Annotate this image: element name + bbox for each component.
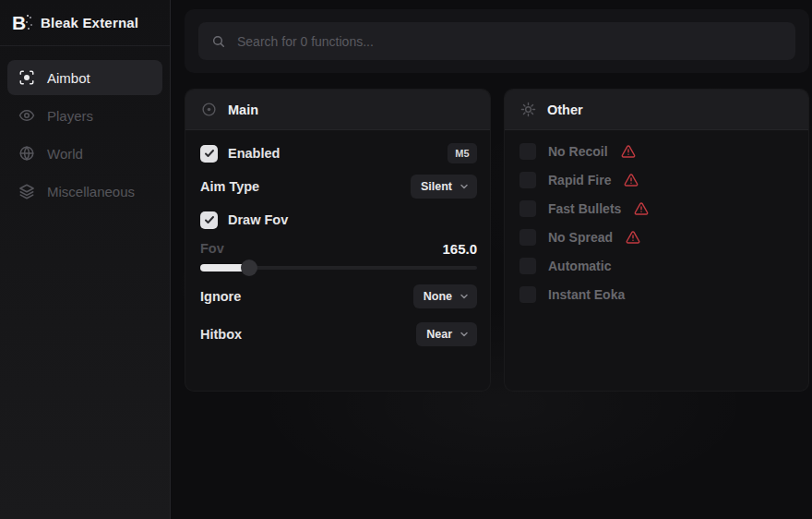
main-content: Main Enabled M5 Aim Type Silent [171,0,812,519]
main-panel: Main Enabled M5 Aim Type Silent [185,89,491,392]
warning-triangle-icon [624,173,639,187]
fov-slider[interactable] [200,260,477,276]
fov-row: Fov 165.0 [200,237,477,260]
instant-eoka-label: Instant Eoka [548,287,625,302]
aim-type-value: Silent [421,180,452,193]
search-input[interactable] [237,34,782,49]
globe-icon [18,145,35,162]
panel-title: Main [228,103,258,117]
toggle-row-fast-bullets: Fast Bullets [519,200,794,217]
other-panel-body: No Recoil Rapid Fire [505,130,808,303]
chevron-down-icon [459,329,470,340]
app-logo-glitch-b-icon: B [12,12,30,34]
no-spread-label: No Spread [548,230,613,245]
sidebar-header: B Bleak External [0,0,170,46]
rapid-fire-label: Rapid Fire [548,173,611,187]
sidebar-item-label: World [47,146,83,162]
warning-triangle-icon [626,230,640,245]
panels-row: Main Enabled M5 Aim Type Silent [185,89,809,392]
fast-bullets-label: Fast Bullets [548,201,621,216]
enabled-label: Enabled [228,146,280,161]
sidebar-item-aimbot[interactable]: Aimbot [7,60,162,95]
scan-target-icon [18,69,35,86]
automatic-label: Automatic [548,259,611,273]
enabled-checkbox[interactable] [200,145,218,163]
hitbox-row: Hitbox Near [200,322,477,346]
other-panel-header: Other [505,90,808,130]
instant-eoka-checkbox[interactable] [519,286,536,303]
sidebar: B Bleak External Aimbot Players [0,0,171,519]
eye-icon [18,107,35,124]
ignore-value: None [424,290,452,303]
chevron-down-icon [459,291,470,302]
hitbox-value: Near [426,328,452,341]
chevron-down-icon [459,181,470,192]
fov-value: 165.0 [442,241,477,257]
toggle-row-no-spread: No Spread [519,229,794,246]
rapid-fire-checkbox[interactable] [519,172,536,188]
no-recoil-label: No Recoil [548,144,608,159]
aim-type-row: Aim Type Silent [200,175,477,199]
app-title: Bleak External [41,15,138,30]
fov-slider-thumb[interactable] [241,260,257,276]
draw-fov-label: Draw Fov [228,212,288,227]
keybind-button[interactable]: M5 [448,143,477,163]
aim-type-dropdown[interactable]: Silent [411,175,477,199]
sidebar-item-label: Miscellaneous [47,184,135,199]
enabled-row: Enabled M5 [200,141,477,165]
ignore-row: Ignore None [200,284,477,308]
no-spread-checkbox[interactable] [519,229,536,246]
toggle-row-instant-eoka: Instant Eoka [519,286,794,303]
draw-fov-row: Draw Fov [200,210,477,230]
sidebar-item-label: Aimbot [47,70,90,86]
no-recoil-checkbox[interactable] [519,143,536,160]
search-icon [211,34,226,49]
ignore-dropdown[interactable]: None [413,284,477,308]
warning-triangle-icon [634,201,649,216]
draw-fov-checkbox[interactable] [200,211,218,229]
gear-icon [520,102,536,117]
check-icon [204,148,215,159]
hitbox-label: Hitbox [200,327,242,342]
check-icon [204,214,215,225]
layers-icon [18,183,35,199]
search-container [185,9,809,73]
automatic-checkbox[interactable] [519,258,536,274]
toggle-row-no-recoil: No Recoil [519,143,794,160]
fast-bullets-checkbox[interactable] [519,200,536,217]
other-panel: Other No Recoil Rapid Fire [504,89,809,392]
warning-triangle-icon [621,144,636,159]
toggle-row-rapid-fire: Rapid Fire [519,172,794,188]
main-panel-header: Main [185,90,490,130]
hitbox-dropdown[interactable]: Near [416,322,477,346]
sidebar-item-world[interactable]: World [7,136,162,171]
sidebar-item-miscellaneous[interactable]: Miscellaneous [7,174,162,209]
aim-type-label: Aim Type [200,179,259,194]
sidebar-item-label: Players [47,108,93,124]
panel-title: Other [547,103,583,117]
main-panel-body: Enabled M5 Aim Type Silent [185,130,490,346]
sidebar-nav: Aimbot Players World [0,46,170,211]
fov-label: Fov [200,241,224,256]
ignore-label: Ignore [200,289,241,304]
sidebar-item-players[interactable]: Players [7,98,162,133]
target-icon [201,102,217,117]
search-box[interactable] [198,22,795,60]
toggle-row-automatic: Automatic [519,258,794,274]
fov-slider-row [200,260,477,276]
